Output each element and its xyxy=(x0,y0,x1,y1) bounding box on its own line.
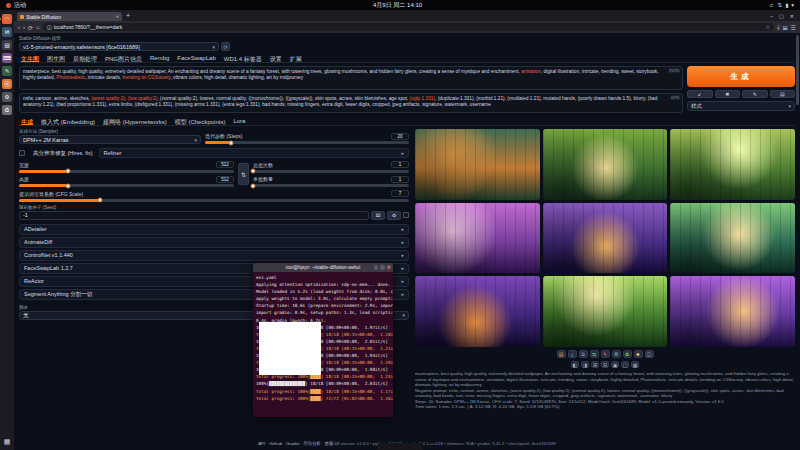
main-tab-2[interactable]: 图生图 xyxy=(47,55,65,62)
width-slider-value[interactable]: 512 xyxy=(216,161,234,168)
height-slider[interactable]: 高度512 xyxy=(19,176,234,188)
checkpoint-dropdown[interactable]: v1-5-pruned-emaonly.safetensors [6ce0161… xyxy=(19,42,219,51)
main-tab-5[interactable]: Rembg xyxy=(150,55,169,62)
paste-generation-params-button[interactable]: ↙ xyxy=(687,90,713,98)
reload-button[interactable]: ⟳ xyxy=(28,24,33,31)
cfg-scale-slider-track[interactable] xyxy=(19,199,409,202)
settings-tab-3[interactable]: 超网络 (Hypernetworks) xyxy=(103,118,167,125)
reuse-seed-icon[interactable]: ♻ xyxy=(623,350,632,358)
image-info-icon[interactable]: ⓘ xyxy=(645,350,654,358)
batch-count-slider-value[interactable]: 1 xyxy=(391,161,409,168)
extensions-button[interactable]: ⊞ xyxy=(783,24,788,31)
footer-link-3[interactable]: Gradio xyxy=(286,441,299,446)
gallery-image-1[interactable] xyxy=(415,129,540,200)
width-slider-track[interactable] xyxy=(19,170,234,173)
save-image-icon[interactable]: ⤓ xyxy=(568,350,577,358)
steps-slider-knob[interactable] xyxy=(229,140,234,145)
gallery-action-2[interactable]: ◨ xyxy=(581,361,589,368)
gallery-image-5[interactable] xyxy=(543,203,668,274)
gallery-action-1[interactable]: ◧ xyxy=(571,361,579,368)
clear-prompt-button[interactable]: ✖ xyxy=(715,90,741,98)
settings-icon[interactable]: ⚙ xyxy=(2,92,12,102)
swap-dimensions-button[interactable]: ⇅ xyxy=(238,163,249,185)
tab-close-icon[interactable]: ✕ xyxy=(116,14,119,19)
terminal-icon[interactable]: ⌨ xyxy=(2,53,12,63)
terminal-maximize-button[interactable] xyxy=(380,265,385,270)
home-button[interactable]: ⌂ xyxy=(36,24,40,31)
generate-button[interactable]: 生成 xyxy=(687,66,795,87)
steps-slider-track[interactable] xyxy=(205,141,409,144)
height-slider-track[interactable] xyxy=(19,184,234,187)
send-to-inpaint-icon[interactable]: ✎ xyxy=(601,350,610,358)
reuse-seed-button[interactable]: ♻ xyxy=(387,211,401,220)
thunderbird-icon[interactable]: ✉ xyxy=(2,27,12,37)
settings-tab-1[interactable]: 生成 xyxy=(21,118,33,125)
gallery-image-8[interactable] xyxy=(543,276,668,347)
send-to-extras-icon[interactable]: ⚙ xyxy=(612,350,621,358)
minimize-button[interactable]: – xyxy=(770,13,773,19)
tray-chevron-down-icon[interactable]: ▾ xyxy=(791,2,794,8)
cfg-scale-slider-knob[interactable] xyxy=(97,198,102,203)
maximize-button[interactable]: ▢ xyxy=(779,13,784,19)
terminal-title-bar[interactable]: root@fqsyn: ~/stable-diffusion-webui ✕ xyxy=(253,263,393,272)
refresh-checkpoint-button[interactable]: ⟳ xyxy=(221,42,230,51)
width-slider-knob[interactable] xyxy=(65,169,70,174)
main-tab-7[interactable]: WD1.4 标签器 xyxy=(224,55,262,62)
batch-size-slider[interactable]: 单批数量1 xyxy=(253,176,409,188)
files-icon[interactable]: ▤ xyxy=(2,40,12,50)
footer-link-4[interactable]: 启动分析 xyxy=(303,441,321,446)
gallery-action-4[interactable]: ⊟ xyxy=(601,361,609,368)
terminal-close-button[interactable]: ✕ xyxy=(387,265,392,270)
volume-icon[interactable]: ♬ xyxy=(769,2,775,8)
gallery-action-7[interactable]: ▩ xyxy=(631,361,639,368)
prompt-textarea[interactable]: masterpiece, best quality, high quality,… xyxy=(19,66,683,90)
show-apps-button[interactable]: ▦ xyxy=(4,438,11,446)
new-tab-button[interactable]: + xyxy=(126,12,130,19)
open-folder-icon[interactable]: ▤ xyxy=(557,350,566,358)
site-info-icon[interactable]: ⓘ xyxy=(47,24,52,30)
battery-icon[interactable]: ▮ xyxy=(785,2,788,8)
seed-input[interactable]: -1 xyxy=(19,211,369,220)
accordion-3[interactable]: ControlNet v1.1.440▸ xyxy=(19,250,409,261)
main-tab-1[interactable]: 文生图 xyxy=(21,55,39,62)
negative-prompt-textarea[interactable]: nsfw, cartoon, anime, sketches, (worst q… xyxy=(19,93,683,113)
accordion-1[interactable]: ADetailer▸ xyxy=(19,224,409,235)
footer-link-5[interactable]: 重载 UI xyxy=(325,441,339,446)
seed-extra-checkbox[interactable] xyxy=(403,212,409,218)
settings-tab-4[interactable]: 模型 (Checkpoints) xyxy=(175,118,226,125)
gallery-image-6[interactable] xyxy=(670,203,795,274)
browser-tab[interactable]: Stable Diffusion ✕ xyxy=(17,12,122,21)
accordion-2[interactable]: AnimateDiff▸ xyxy=(19,237,409,248)
batch-size-slider-value[interactable]: 1 xyxy=(391,176,409,183)
gallery-action-3[interactable]: ⊞ xyxy=(591,361,599,368)
cfg-scale-slider-value[interactable]: 7 xyxy=(391,190,409,197)
main-tab-6[interactable]: FaceSwapLab xyxy=(177,55,215,62)
face-restore-icon[interactable]: ☻ xyxy=(634,350,643,358)
gallery-image-2[interactable] xyxy=(543,129,668,200)
footer-link-1[interactable]: API xyxy=(258,441,265,446)
batch-count-slider[interactable]: 总批次数1 xyxy=(253,161,409,173)
terminal-output[interactable]: ess.yamlApplying attention optimization:… xyxy=(253,272,393,417)
terminal-minimize-button[interactable] xyxy=(374,265,379,270)
batch-count-slider-knob[interactable] xyxy=(251,169,256,174)
refiner-accordion[interactable]: Refiner ▸ xyxy=(99,148,409,158)
gallery-image-3[interactable] xyxy=(670,129,795,200)
hires-checkbox[interactable] xyxy=(19,150,25,156)
batch-size-slider-track[interactable] xyxy=(253,184,409,187)
trash-icon[interactable]: ♻ xyxy=(2,105,12,115)
firefox-icon[interactable]: ◠ xyxy=(2,14,12,24)
send-to-img2img-icon[interactable]: ⇆ xyxy=(590,350,599,358)
height-slider-value[interactable]: 512 xyxy=(216,176,234,183)
system-clock[interactable]: 4月9日 周二 14:10 xyxy=(373,1,422,10)
forward-button[interactable]: › xyxy=(23,24,25,31)
bottom-dock-pill[interactable] xyxy=(377,443,423,450)
styles-dropdown[interactable]: 样式 ▾ xyxy=(687,101,795,111)
gallery-action-5[interactable]: ▣ xyxy=(611,361,619,368)
network-icon[interactable]: ⇅ xyxy=(778,2,783,8)
close-button[interactable]: ✕ xyxy=(790,13,794,19)
gallery-image-9[interactable] xyxy=(670,276,795,347)
height-slider-knob[interactable] xyxy=(65,183,70,188)
gallery-image-4[interactable] xyxy=(415,203,540,274)
steps-slider-value[interactable]: 20 xyxy=(391,133,409,140)
terminal-window[interactable]: root@fqsyn: ~/stable-diffusion-webui ✕ e… xyxy=(253,263,393,417)
